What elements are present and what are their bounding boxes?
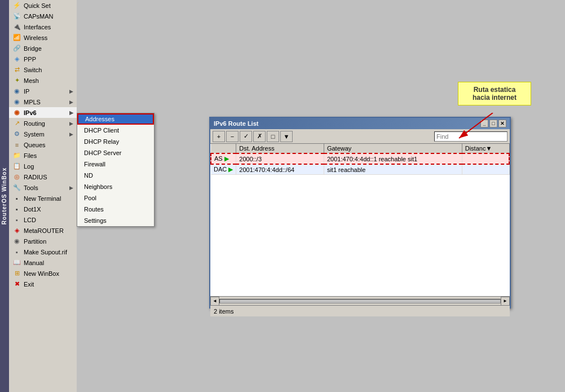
lcd-icon: ▪ — [12, 215, 21, 224]
submenu-item-dhcp-server[interactable]: DHCP Server — [77, 147, 154, 158]
route-table-row-0[interactable]: AS ▶2000::/32001:470:4:4dd::1 reachable … — [211, 153, 509, 164]
submenu-item-dhcp-relay[interactable]: DHCP Relay — [77, 136, 154, 147]
submenu-item-addresses[interactable]: Addresses — [77, 113, 154, 125]
col-dst-address[interactable]: Dst. Address — [236, 144, 324, 153]
ip-icon: ◉ — [12, 87, 21, 96]
filter-button[interactable]: ▼ — [280, 131, 293, 142]
sidebar-item-queues[interactable]: ≡Queues — [9, 139, 77, 150]
sidebar-item-dot1x[interactable]: ▪Dot1X — [9, 204, 77, 214]
wireless-icon: 📶 — [12, 33, 21, 42]
route-distance-0 — [462, 153, 509, 164]
route-status-bar: 2 items — [210, 305, 510, 316]
sidebar-label-ppp: PPP — [24, 56, 36, 63]
sidebar-item-radius[interactable]: ◎RADIUS — [9, 171, 77, 182]
route-table-content: Dst. Address Gateway Distanc▼ AS ▶2000::… — [210, 144, 510, 296]
ipv6-arrow-icon: ▶ — [69, 110, 73, 116]
new-terminal-icon: ▪ — [12, 194, 21, 203]
sidebar-item-new-terminal[interactable]: ▪New Terminal — [9, 193, 77, 204]
sidebar-label-log: Log — [24, 163, 34, 170]
sidebar-label-capsman: CAPsMAN — [24, 13, 54, 20]
ppp-icon: ◈ — [12, 55, 21, 64]
sidebar-item-system[interactable]: ⚙System▶ — [9, 129, 77, 139]
submenu-item-dhcp-client[interactable]: DHCP Client — [77, 125, 154, 136]
queues-icon: ≡ — [12, 140, 21, 149]
system-arrow-icon: ▶ — [69, 131, 73, 137]
check-button[interactable]: ✓ — [240, 131, 252, 142]
sidebar-item-quick-set[interactable]: ⚡Quick Set — [9, 0, 77, 11]
system-icon: ⚙ — [12, 130, 21, 139]
sidebar-item-tools[interactable]: 🔧Tools▶ — [9, 182, 77, 193]
sidebar-item-ip[interactable]: ◉IP▶ — [9, 86, 77, 96]
sidebar-item-ipv6[interactable]: ◉IPv6▶ — [9, 107, 77, 118]
sidebar-label-routing: Routing — [24, 120, 45, 127]
mesh-icon: ✦ — [12, 76, 21, 85]
sidebar-item-switch[interactable]: ⇄Switch — [9, 64, 77, 75]
window-close-button[interactable]: ✕ — [498, 120, 506, 127]
sidebar-label-files: Files — [24, 152, 37, 159]
capsman-icon: 📡 — [12, 12, 21, 21]
copy-button[interactable]: □ — [267, 131, 279, 142]
partition-icon: ◉ — [12, 237, 21, 246]
submenu-item-firewall[interactable]: Firewall — [77, 158, 154, 170]
scroll-right-button[interactable]: ► — [501, 297, 510, 306]
sidebar-item-interfaces[interactable]: 🔌Interfaces — [9, 21, 77, 32]
col-distance[interactable]: Distanc▼ — [462, 144, 509, 153]
submenu-item-pool[interactable]: Pool — [77, 192, 154, 204]
sidebar-item-metarouter[interactable]: ◈MetaROUTER — [9, 225, 77, 236]
sidebar-label-bridge: Bridge — [24, 45, 42, 52]
sidebar-label-radius: RADIUS — [24, 174, 47, 180]
metarouter-icon: ◈ — [12, 226, 21, 235]
sidebar-item-lcd[interactable]: ▪LCD — [9, 214, 77, 225]
sidebar-label-system: System — [24, 131, 45, 138]
svg-line-1 — [459, 113, 493, 138]
exit-icon: ✖ — [12, 280, 21, 289]
make-supout-icon: ▪ — [12, 248, 21, 257]
route-distance-1 — [462, 164, 509, 175]
sidebar: ⚡Quick Set📡CAPsMAN🔌Interfaces📶Wireless🔗B… — [9, 0, 77, 392]
sidebar-label-make-supout: Make Supout.rif — [24, 249, 67, 256]
sidebar-item-log[interactable]: 📋Log — [9, 161, 77, 171]
route-table: Dst. Address Gateway Distanc▼ AS ▶2000::… — [210, 144, 510, 175]
scroll-left-button[interactable]: ◄ — [210, 297, 219, 306]
sidebar-item-routing[interactable]: ↗Routing▶ — [9, 118, 77, 129]
cross-button[interactable]: ✗ — [253, 131, 266, 142]
tools-icon: 🔧 — [12, 183, 21, 192]
sidebar-item-bridge[interactable]: 🔗Bridge — [9, 43, 77, 54]
sidebar-item-make-supout[interactable]: ▪Make Supout.rif — [9, 246, 77, 257]
route-dst-1: 2001:470:4:4dd::/64 — [236, 164, 324, 175]
route-gateway-0: 2001:470:4:4dd::1 reachable sit1 — [324, 153, 462, 164]
files-icon: 📁 — [12, 151, 21, 160]
mpls-arrow-icon: ▶ — [69, 99, 73, 105]
route-table-row-1[interactable]: DAC ▶2001:470:4:4dd::/64sit1 reachable — [211, 164, 509, 175]
route-table-header: Dst. Address Gateway Distanc▼ — [211, 144, 509, 153]
sidebar-item-manual[interactable]: 📖Manual — [9, 257, 77, 268]
ipv6-submenu: AddressesDHCP ClientDHCP RelayDHCP Serve… — [77, 113, 155, 227]
submenu-item-settings[interactable]: Settings — [77, 215, 154, 226]
scroll-track[interactable] — [219, 299, 501, 303]
sidebar-item-mesh[interactable]: ✦Mesh — [9, 75, 77, 86]
sidebar-item-capsman[interactable]: 📡CAPsMAN — [9, 11, 77, 21]
quick-set-icon: ⚡ — [12, 1, 21, 10]
sidebar-item-mpls[interactable]: ◉MPLS▶ — [9, 96, 77, 107]
sidebar-item-partition[interactable]: ◉Partition — [9, 236, 77, 246]
sidebar-label-mesh: Mesh — [24, 77, 39, 84]
submenu-item-neighbors[interactable]: Neighbors — [77, 181, 154, 192]
sidebar-item-wireless[interactable]: 📶Wireless — [9, 32, 77, 43]
sidebar-item-exit[interactable]: ✖Exit — [9, 279, 77, 289]
annotation-callout: Ruta estatica hacia internet — [458, 82, 531, 105]
sidebar-item-ppp[interactable]: ◈PPP — [9, 54, 77, 64]
add-button[interactable]: + — [213, 131, 225, 142]
sidebar-label-metarouter: MetaROUTER — [24, 227, 64, 234]
sidebar-label-exit: Exit — [24, 281, 34, 288]
ipv6-icon: ◉ — [12, 108, 21, 117]
route-flag-1: ▶ — [228, 166, 233, 173]
remove-button[interactable]: − — [226, 131, 239, 142]
submenu-item-nd[interactable]: ND — [77, 170, 154, 181]
route-table-body: AS ▶2000::/32001:470:4:4dd::1 reachable … — [211, 153, 509, 175]
col-gateway[interactable]: Gateway — [324, 144, 462, 153]
route-gateway-1: sit1 reachable — [324, 164, 462, 175]
submenu-item-routes[interactable]: Routes — [77, 204, 154, 215]
sidebar-item-new-winbox[interactable]: ⊞New WinBox — [9, 268, 77, 279]
col-flags[interactable] — [211, 144, 236, 153]
sidebar-item-files[interactable]: 📁Files — [9, 150, 77, 161]
